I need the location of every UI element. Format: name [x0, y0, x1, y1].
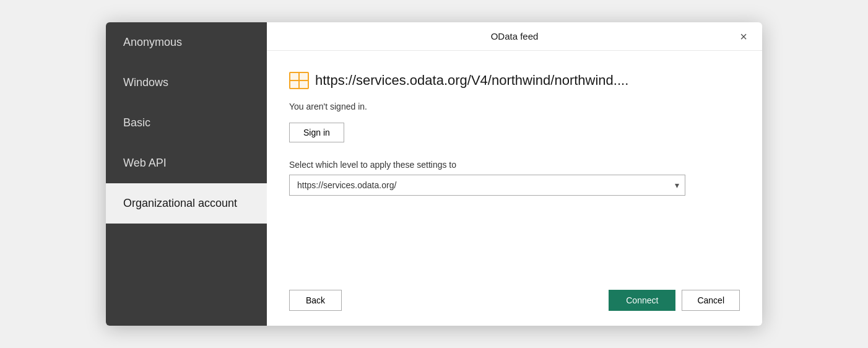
feed-url: https://services.odata.org/V4/northwind/… [315, 72, 628, 89]
sidebar-item-anonymous[interactable]: Anonymous [106, 22, 267, 63]
not-signed-in-text: You aren't signed in. [289, 102, 740, 111]
odata-icon [289, 72, 309, 89]
svg-rect-4 [300, 81, 308, 88]
sidebar-item-basic[interactable]: Basic [106, 103, 267, 143]
content-area: OData feed × https://services.odata.org/… [267, 22, 762, 326]
level-select[interactable]: https://services.odata.org/ https://serv… [289, 175, 685, 196]
footer-right: Connect Cancel [609, 290, 740, 311]
sidebar-item-org-account[interactable]: Organizational account [106, 183, 267, 224]
close-button[interactable]: × [736, 29, 751, 44]
level-select-wrapper: https://services.odata.org/ https://serv… [289, 175, 685, 196]
level-label: Select which level to apply these settin… [289, 160, 740, 170]
odata-feed-dialog: Anonymous Windows Basic Web API Organiza… [106, 22, 762, 326]
sidebar: Anonymous Windows Basic Web API Organiza… [106, 22, 267, 326]
svg-rect-3 [290, 81, 298, 88]
sidebar-item-windows[interactable]: Windows [106, 63, 267, 103]
content-body: https://services.odata.org/V4/northwind/… [289, 72, 740, 311]
url-row: https://services.odata.org/V4/northwind/… [289, 72, 740, 89]
cancel-button[interactable]: Cancel [682, 290, 740, 311]
dialog-title: OData feed [491, 31, 539, 41]
svg-rect-2 [300, 73, 308, 80]
footer: Back Connect Cancel [289, 277, 740, 311]
svg-rect-1 [290, 73, 298, 80]
sidebar-item-webapi[interactable]: Web API [106, 143, 267, 183]
back-button[interactable]: Back [289, 290, 342, 311]
sign-in-button[interactable]: Sign in [289, 123, 344, 142]
title-bar: OData feed × [267, 22, 762, 51]
connect-button[interactable]: Connect [609, 290, 675, 311]
footer-left: Back [289, 290, 342, 311]
